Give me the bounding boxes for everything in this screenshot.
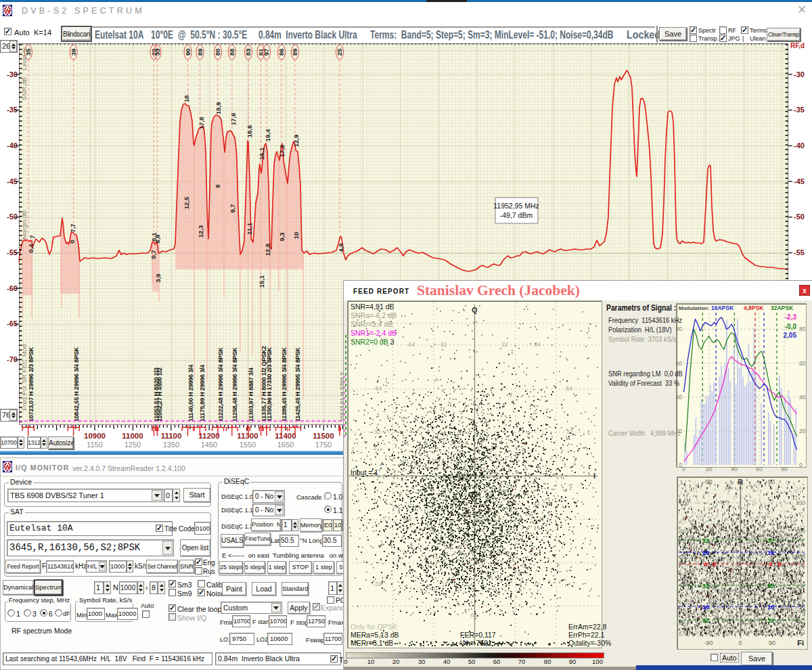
svg-text:10: 10 [367, 658, 375, 665]
svg-text:90: 90 [569, 658, 577, 665]
svg-text:80: 80 [544, 658, 551, 665]
svg-text:20: 20 [392, 658, 400, 665]
svg-text:40: 40 [443, 658, 451, 665]
svg-text:60: 60 [493, 658, 501, 665]
svg-text:30: 30 [418, 658, 426, 665]
svg-text:100: 100 [592, 658, 603, 665]
svg-text:70: 70 [518, 658, 526, 665]
svg-text:50: 50 [468, 658, 476, 665]
svg-text:0: 0 [344, 658, 347, 665]
